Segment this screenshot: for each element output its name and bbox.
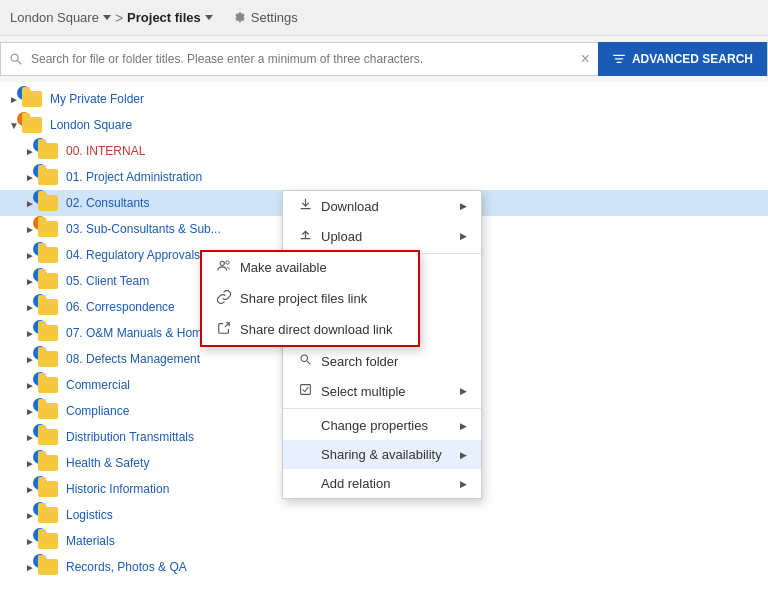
submenu-item-share-project-link[interactable]: Share project files link (202, 283, 418, 314)
folder-icon-wrap-compliance: 0 (38, 403, 62, 419)
folder-01-project-admin (38, 169, 58, 185)
folder-historic-info (38, 481, 58, 497)
folder-04-regulatory (38, 247, 58, 263)
menu-item-upload[interactable]: Upload▶ (283, 221, 481, 251)
submenu-icon-share-project-link (216, 290, 232, 307)
tree-item-logistics[interactable]: ►0Logistics (0, 502, 768, 528)
menu-label-add-relation: Add relation (321, 476, 390, 491)
tree-item-my-private[interactable]: ►0My Private Folder (0, 86, 768, 112)
menu-label-select-multiple: Select multiple (321, 384, 406, 399)
folder-records (38, 559, 58, 575)
menu-label-download: Download (321, 199, 379, 214)
folder-08-defects (38, 351, 58, 367)
tree-item-00-internal[interactable]: ►000. INTERNAL (0, 138, 768, 164)
tree-label-health-safety: Health & Safety (66, 456, 149, 470)
folder-health-safety (38, 455, 58, 471)
folder-icon-wrap-06-correspondence: 0 (38, 299, 62, 315)
tree-item-01-project-admin[interactable]: ►001. Project Administration (0, 164, 768, 190)
folder-icon-wrap-00-internal: 0 (38, 143, 62, 159)
tree-label-my-private: My Private Folder (50, 92, 144, 106)
folder-icon-wrap-my-private: 0 (22, 91, 46, 107)
advanced-search-button[interactable]: ADVANCED SEARCH (598, 42, 767, 76)
folder-materials (38, 533, 58, 549)
tree-label-06-correspondence: 06. Correspondence (66, 300, 175, 314)
svg-point-8 (220, 261, 224, 265)
menu-arrow-upload: ▶ (460, 231, 467, 241)
folder-icon-wrap-london-square: 8 (22, 117, 46, 133)
search-clear-button[interactable]: × (573, 50, 598, 68)
folder-icon-wrap-health-safety: 0 (38, 455, 62, 471)
submenu-label-share-download-link: Share direct download link (240, 322, 392, 337)
advanced-search-icon (612, 52, 626, 66)
tree-label-records: Records, Photos & QA (66, 560, 187, 574)
folder-my-private (22, 91, 42, 107)
svg-rect-2 (613, 55, 625, 56)
tree-item-materials[interactable]: ►0Materials (0, 528, 768, 554)
folder-icon-wrap-commercial: 0 (38, 377, 62, 393)
tree-label-materials: Materials (66, 534, 115, 548)
folder-logistics (38, 507, 58, 523)
search-bar: × ADVANCED SEARCH (0, 42, 768, 76)
folder-commercial (38, 377, 58, 393)
menu-label-upload: Upload (321, 229, 362, 244)
folder-icon-wrap-materials: 0 (38, 533, 62, 549)
menu-arrow-download: ▶ (460, 201, 467, 211)
menu-item-change-properties[interactable]: Change properties▶ (283, 411, 481, 440)
folder-icon-wrap-distribution: 0 (38, 429, 62, 445)
folder-distribution (38, 429, 58, 445)
submenu-icon-share-download-link (216, 321, 232, 338)
advanced-search-label: ADVANCED SEARCH (632, 52, 753, 66)
folder-icon-wrap-07-omanuals: 0 (38, 325, 62, 341)
svg-point-5 (301, 355, 308, 362)
menu-icon-select-multiple (297, 383, 313, 399)
folder-06-correspondence (38, 299, 58, 315)
folder-03-sub-consultants (38, 221, 58, 237)
folder-07-omanuals (38, 325, 58, 341)
gear-icon (233, 11, 247, 25)
settings-link[interactable]: Settings (233, 10, 298, 25)
tree-label-02-consultants: 02. Consultants (66, 196, 149, 210)
menu-item-download[interactable]: Download▶ (283, 191, 481, 221)
tree-label-05-client-team: 05. Client Team (66, 274, 149, 288)
menu-label-sharing: Sharing & availability (321, 447, 442, 462)
folder-05-client-team (38, 273, 58, 289)
menu-item-search-folder[interactable]: Search folder (283, 346, 481, 376)
tree-item-records[interactable]: ►0Records, Photos & QA (0, 554, 768, 580)
tree-label-distribution: Distribution Transmittals (66, 430, 194, 444)
submenu-item-make-available[interactable]: Make available (202, 252, 418, 283)
submenu-item-share-download-link[interactable]: Share direct download link (202, 314, 418, 345)
menu-item-sharing[interactable]: Sharing & availability▶ (283, 440, 481, 469)
menu-arrow-sharing: ▶ (460, 450, 467, 460)
menu-item-select-multiple[interactable]: Select multiple▶ (283, 376, 481, 406)
folder-02-consultants (38, 195, 58, 211)
folder-icon-wrap-logistics: 0 (38, 507, 62, 523)
tree-label-04-regulatory: 04. Regulatory Approvals... (66, 248, 210, 262)
tree-label-commercial: Commercial (66, 378, 130, 392)
submenu-icon-make-available (216, 259, 232, 276)
chevron-down-icon-2 (205, 15, 213, 20)
folder-icon-wrap-records: 0 (38, 559, 62, 575)
settings-label: Settings (251, 10, 298, 25)
tree-item-london-square[interactable]: ▼8London Square (0, 112, 768, 138)
menu-item-add-relation[interactable]: Add relation▶ (283, 469, 481, 498)
tree-label-compliance: Compliance (66, 404, 129, 418)
breadcrumb: London Square > Project files Settings (10, 10, 298, 26)
breadcrumb-project[interactable]: London Square (10, 10, 111, 25)
breadcrumb-current[interactable]: Project files (127, 10, 213, 25)
svg-point-0 (11, 54, 18, 61)
svg-line-1 (18, 61, 22, 65)
submenu-label-make-available: Make available (240, 260, 327, 275)
search-input[interactable] (23, 52, 573, 66)
svg-point-9 (226, 261, 230, 265)
folder-icon-wrap-02-consultants: 0 (38, 195, 62, 211)
svg-rect-4 (616, 62, 621, 63)
menu-icon-download (297, 198, 313, 214)
menu-icon-search-folder (297, 353, 313, 369)
tree-label-03-sub-consultants: 03. Sub-Consultants & Sub... (66, 222, 221, 236)
menu-arrow-select-multiple: ▶ (460, 386, 467, 396)
folder-icon-wrap-04-regulatory: 0 (38, 247, 62, 263)
breadcrumb-project-label: London Square (10, 10, 99, 25)
breadcrumb-current-label: Project files (127, 10, 201, 25)
search-icon (9, 52, 23, 66)
menu-icon-upload (297, 228, 313, 244)
